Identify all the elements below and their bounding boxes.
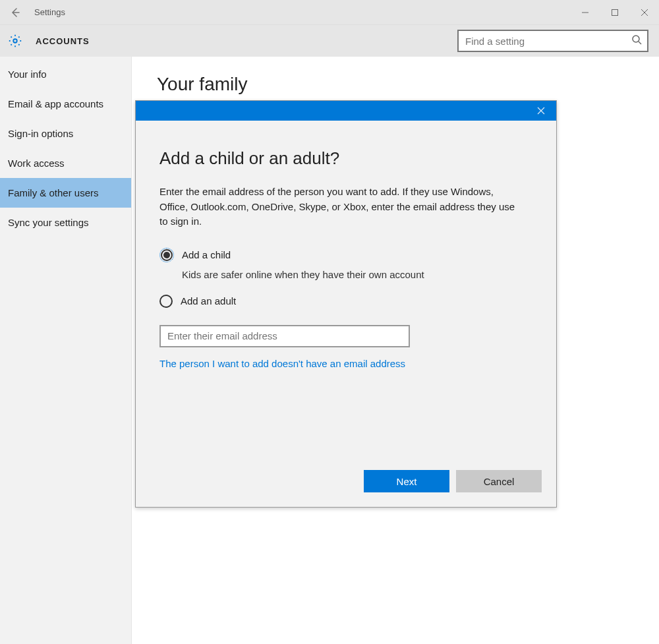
radio-button-icon bbox=[159, 295, 173, 308]
back-arrow-icon bbox=[10, 7, 20, 18]
close-window-button[interactable] bbox=[629, 0, 659, 25]
dialog-title: Add a child or an adult? bbox=[159, 148, 532, 169]
close-icon bbox=[641, 9, 648, 16]
search-input[interactable] bbox=[465, 36, 631, 47]
next-button[interactable]: Next bbox=[364, 470, 449, 492]
settings-header: ACCOUNTS bbox=[0, 25, 659, 57]
gear-icon bbox=[8, 34, 22, 48]
radio-button-icon bbox=[159, 248, 174, 262]
maximize-icon bbox=[611, 9, 619, 16]
minimize-icon bbox=[581, 9, 589, 16]
maximize-button[interactable] bbox=[600, 0, 629, 25]
radio-add-adult[interactable]: Add an adult bbox=[159, 295, 532, 308]
email-input[interactable] bbox=[159, 325, 410, 347]
add-person-dialog: Add a child or an adult? Enter the email… bbox=[135, 100, 557, 508]
radio-label: Add an adult bbox=[181, 295, 236, 307]
section-title: ACCOUNTS bbox=[36, 36, 90, 46]
radio-label: Add a child bbox=[182, 249, 231, 260]
sidebar-item-label: Email & app accounts bbox=[8, 98, 103, 109]
sidebar-item-label: Sign-in options bbox=[8, 128, 73, 139]
sidebar-item-label: Work access bbox=[8, 158, 65, 169]
radio-child-sublabel: Kids are safer online when they have the… bbox=[182, 269, 532, 280]
window-title: Settings bbox=[30, 7, 65, 17]
search-box[interactable] bbox=[457, 30, 648, 52]
window-titlebar: Settings bbox=[0, 0, 659, 25]
settings-sidebar: Your info Email & app accounts Sign-in o… bbox=[0, 57, 132, 644]
sidebar-item-your-info[interactable]: Your info bbox=[0, 59, 131, 89]
cancel-button[interactable]: Cancel bbox=[456, 470, 542, 492]
svg-point-3 bbox=[633, 36, 639, 42]
button-label: Next bbox=[397, 476, 417, 487]
page-heading: Your family bbox=[157, 74, 634, 95]
sidebar-item-sync-settings[interactable]: Sync your settings bbox=[0, 208, 131, 237]
dialog-description: Enter the email address of the person yo… bbox=[159, 185, 515, 229]
close-icon bbox=[537, 107, 545, 115]
svg-rect-1 bbox=[612, 9, 617, 15]
sidebar-item-email-accounts[interactable]: Email & app accounts bbox=[0, 89, 131, 119]
search-icon bbox=[631, 34, 642, 47]
sidebar-item-family-users[interactable]: Family & other users bbox=[0, 178, 131, 208]
svg-line-4 bbox=[639, 42, 641, 44]
minimize-button[interactable] bbox=[570, 0, 600, 25]
no-email-link[interactable]: The person I want to add doesn't have an… bbox=[159, 358, 532, 369]
sidebar-item-signin-options[interactable]: Sign-in options bbox=[0, 119, 131, 148]
dialog-footer: Next Cancel bbox=[136, 470, 556, 507]
dialog-close-button[interactable] bbox=[530, 101, 552, 121]
sidebar-item-label: Your info bbox=[8, 69, 47, 80]
dialog-titlebar bbox=[136, 101, 556, 121]
button-label: Cancel bbox=[484, 476, 515, 487]
sidebar-item-label: Family & other users bbox=[8, 187, 99, 198]
sidebar-item-work-access[interactable]: Work access bbox=[0, 148, 131, 178]
radio-add-child[interactable]: Add a child bbox=[159, 248, 532, 262]
sidebar-item-label: Sync your settings bbox=[8, 217, 89, 228]
back-button[interactable] bbox=[0, 0, 30, 25]
svg-point-2 bbox=[13, 39, 17, 43]
